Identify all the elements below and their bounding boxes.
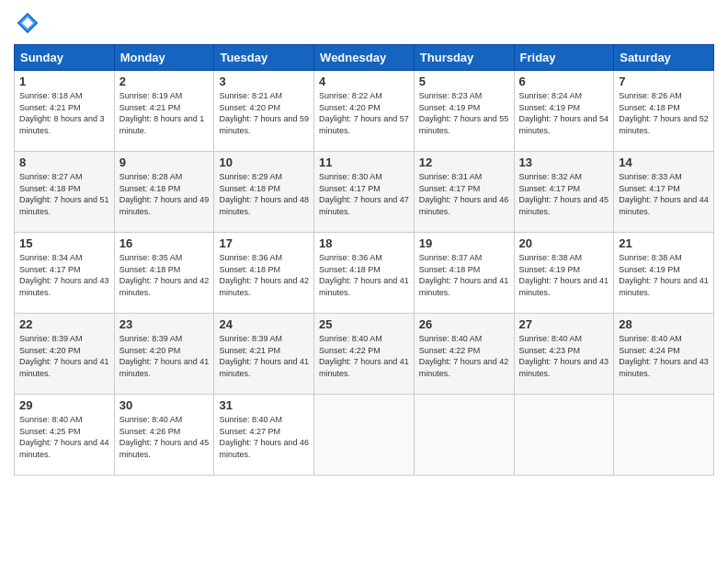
- cell-info: Sunrise: 8:34 AMSunset: 4:17 PMDaylight:…: [19, 252, 109, 298]
- cell-info: Sunrise: 8:38 AMSunset: 4:19 PMDaylight:…: [619, 252, 709, 298]
- day-number: 14: [619, 155, 709, 169]
- day-number: 5: [419, 75, 509, 88]
- day-number: 30: [119, 398, 210, 412]
- calendar-cell: 2Sunrise: 8:19 AMSunset: 4:21 PMDaylight…: [114, 71, 214, 152]
- day-number: 9: [119, 155, 210, 169]
- day-number: 11: [319, 155, 409, 169]
- day-number: 17: [219, 236, 309, 250]
- calendar-cell: 31Sunrise: 8:40 AMSunset: 4:27 PMDayligh…: [214, 395, 314, 476]
- day-number: 3: [219, 75, 309, 88]
- cell-info: Sunrise: 8:39 AMSunset: 4:20 PMDaylight:…: [19, 333, 109, 379]
- week-row-2: 15Sunrise: 8:34 AMSunset: 4:17 PMDayligh…: [15, 233, 714, 314]
- cell-info: Sunrise: 8:35 AMSunset: 4:18 PMDaylight:…: [119, 252, 210, 298]
- cell-info: Sunrise: 8:39 AMSunset: 4:21 PMDaylight:…: [219, 333, 309, 379]
- weekday-sunday: Sunday: [15, 45, 115, 71]
- day-number: 7: [619, 75, 709, 88]
- cell-info: Sunrise: 8:22 AMSunset: 4:20 PMDaylight:…: [319, 90, 409, 136]
- day-number: 13: [519, 155, 609, 169]
- calendar-cell: [514, 395, 614, 476]
- day-number: 4: [319, 75, 409, 88]
- calendar-cell: 4Sunrise: 8:22 AMSunset: 4:20 PMDaylight…: [314, 71, 415, 152]
- day-number: 10: [219, 155, 309, 169]
- day-number: 26: [419, 317, 509, 331]
- calendar-cell: [414, 395, 514, 476]
- cell-info: Sunrise: 8:33 AMSunset: 4:17 PMDaylight:…: [619, 171, 709, 217]
- weekday-friday: Friday: [514, 45, 614, 71]
- calendar-cell: [314, 395, 415, 476]
- calendar-cell: 22Sunrise: 8:39 AMSunset: 4:20 PMDayligh…: [15, 314, 115, 395]
- calendar-cell: 18Sunrise: 8:36 AMSunset: 4:18 PMDayligh…: [314, 233, 415, 314]
- weekday-thursday: Thursday: [414, 45, 514, 71]
- calendar-cell: 24Sunrise: 8:39 AMSunset: 4:21 PMDayligh…: [214, 314, 314, 395]
- calendar-cell: 17Sunrise: 8:36 AMSunset: 4:18 PMDayligh…: [214, 233, 314, 314]
- cell-info: Sunrise: 8:31 AMSunset: 4:17 PMDaylight:…: [419, 171, 509, 217]
- calendar-cell: 21Sunrise: 8:38 AMSunset: 4:19 PMDayligh…: [614, 233, 714, 314]
- calendar-cell: 30Sunrise: 8:40 AMSunset: 4:26 PMDayligh…: [114, 395, 214, 476]
- cell-info: Sunrise: 8:37 AMSunset: 4:18 PMDaylight:…: [419, 252, 509, 298]
- day-number: 23: [119, 317, 210, 331]
- cell-info: Sunrise: 8:21 AMSunset: 4:20 PMDaylight:…: [219, 90, 309, 136]
- cell-info: Sunrise: 8:38 AMSunset: 4:19 PMDaylight:…: [519, 252, 609, 298]
- day-number: 22: [19, 317, 109, 331]
- day-number: 16: [119, 236, 210, 250]
- header: [14, 9, 714, 37]
- day-number: 27: [519, 317, 609, 331]
- calendar-cell: 11Sunrise: 8:30 AMSunset: 4:17 PMDayligh…: [314, 152, 415, 233]
- day-number: 15: [19, 236, 109, 250]
- cell-info: Sunrise: 8:40 AMSunset: 4:22 PMDaylight:…: [319, 333, 409, 379]
- weekday-tuesday: Tuesday: [214, 45, 314, 71]
- calendar-cell: 20Sunrise: 8:38 AMSunset: 4:19 PMDayligh…: [514, 233, 614, 314]
- day-number: 1: [19, 75, 109, 88]
- day-number: 25: [319, 317, 409, 331]
- day-number: 31: [219, 398, 309, 412]
- calendar-cell: 14Sunrise: 8:33 AMSunset: 4:17 PMDayligh…: [614, 152, 714, 233]
- calendar-cell: 16Sunrise: 8:35 AMSunset: 4:18 PMDayligh…: [114, 233, 214, 314]
- cell-info: Sunrise: 8:40 AMSunset: 4:25 PMDaylight:…: [19, 414, 109, 460]
- week-row-4: 29Sunrise: 8:40 AMSunset: 4:25 PMDayligh…: [15, 395, 714, 476]
- day-number: 8: [19, 155, 109, 169]
- cell-info: Sunrise: 8:40 AMSunset: 4:27 PMDaylight:…: [219, 414, 309, 460]
- cell-info: Sunrise: 8:40 AMSunset: 4:26 PMDaylight:…: [119, 414, 210, 460]
- cell-info: Sunrise: 8:40 AMSunset: 4:23 PMDaylight:…: [519, 333, 609, 379]
- day-number: 21: [619, 236, 709, 250]
- week-row-0: 1Sunrise: 8:18 AMSunset: 4:21 PMDaylight…: [15, 71, 714, 152]
- cell-info: Sunrise: 8:36 AMSunset: 4:18 PMDaylight:…: [219, 252, 309, 298]
- logo: [14, 9, 45, 37]
- calendar-cell: 19Sunrise: 8:37 AMSunset: 4:18 PMDayligh…: [414, 233, 514, 314]
- weekday-header-row: SundayMondayTuesdayWednesdayThursdayFrid…: [15, 45, 714, 71]
- calendar-cell: 5Sunrise: 8:23 AMSunset: 4:19 PMDaylight…: [414, 71, 514, 152]
- calendar-cell: 25Sunrise: 8:40 AMSunset: 4:22 PMDayligh…: [314, 314, 415, 395]
- page: SundayMondayTuesdayWednesdayThursdayFrid…: [0, 0, 728, 563]
- cell-info: Sunrise: 8:36 AMSunset: 4:18 PMDaylight:…: [319, 252, 409, 298]
- calendar-cell: [614, 395, 714, 476]
- logo-icon: [14, 9, 41, 37]
- week-row-3: 22Sunrise: 8:39 AMSunset: 4:20 PMDayligh…: [15, 314, 714, 395]
- cell-info: Sunrise: 8:23 AMSunset: 4:19 PMDaylight:…: [419, 90, 509, 136]
- calendar-cell: 15Sunrise: 8:34 AMSunset: 4:17 PMDayligh…: [15, 233, 115, 314]
- cell-info: Sunrise: 8:32 AMSunset: 4:17 PMDaylight:…: [519, 171, 609, 217]
- calendar-cell: 29Sunrise: 8:40 AMSunset: 4:25 PMDayligh…: [15, 395, 115, 476]
- day-number: 18: [319, 236, 409, 250]
- cell-info: Sunrise: 8:18 AMSunset: 4:21 PMDaylight:…: [19, 90, 109, 136]
- day-number: 24: [219, 317, 309, 331]
- day-number: 6: [519, 75, 609, 88]
- calendar-cell: 9Sunrise: 8:28 AMSunset: 4:18 PMDaylight…: [114, 152, 214, 233]
- day-number: 29: [19, 398, 109, 412]
- cell-info: Sunrise: 8:40 AMSunset: 4:22 PMDaylight:…: [419, 333, 509, 379]
- day-number: 2: [119, 75, 210, 88]
- weekday-monday: Monday: [114, 45, 214, 71]
- calendar-cell: 6Sunrise: 8:24 AMSunset: 4:19 PMDaylight…: [514, 71, 614, 152]
- cell-info: Sunrise: 8:40 AMSunset: 4:24 PMDaylight:…: [619, 333, 709, 379]
- calendar-cell: 23Sunrise: 8:39 AMSunset: 4:20 PMDayligh…: [114, 314, 214, 395]
- calendar-cell: 28Sunrise: 8:40 AMSunset: 4:24 PMDayligh…: [614, 314, 714, 395]
- day-number: 20: [519, 236, 609, 250]
- cell-info: Sunrise: 8:28 AMSunset: 4:18 PMDaylight:…: [119, 171, 210, 217]
- calendar-table: SundayMondayTuesdayWednesdayThursdayFrid…: [14, 44, 714, 476]
- cell-info: Sunrise: 8:24 AMSunset: 4:19 PMDaylight:…: [519, 90, 609, 136]
- calendar-cell: 1Sunrise: 8:18 AMSunset: 4:21 PMDaylight…: [15, 71, 115, 152]
- day-number: 12: [419, 155, 509, 169]
- calendar-cell: 13Sunrise: 8:32 AMSunset: 4:17 PMDayligh…: [514, 152, 614, 233]
- calendar-cell: 26Sunrise: 8:40 AMSunset: 4:22 PMDayligh…: [414, 314, 514, 395]
- cell-info: Sunrise: 8:19 AMSunset: 4:21 PMDaylight:…: [119, 90, 210, 136]
- cell-info: Sunrise: 8:30 AMSunset: 4:17 PMDaylight:…: [319, 171, 409, 217]
